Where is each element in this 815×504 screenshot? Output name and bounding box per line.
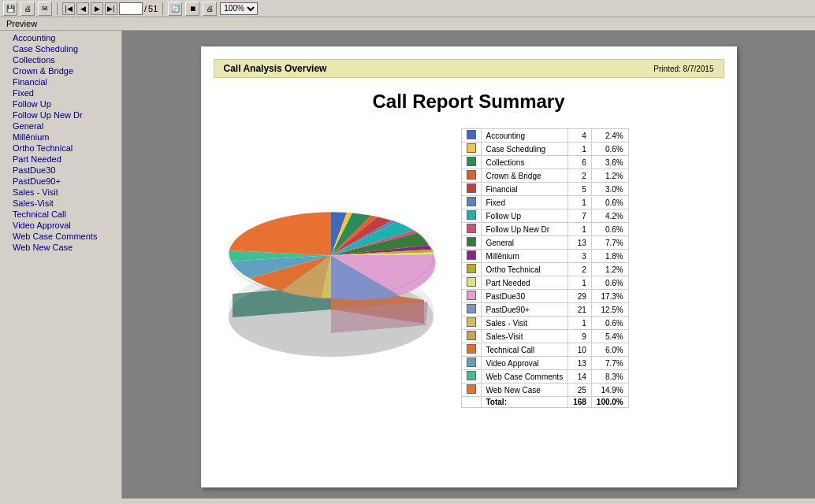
sidebar: AccountingCase SchedulingCollectionsCrow… [0,31,122,498]
sidebar-item[interactable]: Case Scheduling [0,43,121,54]
sidebar-item[interactable]: Millênium [0,132,121,143]
legend-row: Case Scheduling 1 0.6% [461,143,628,156]
toolbar-btn-3[interactable]: ✉ [38,2,52,16]
legend-row: Crown & Bridge 2 1.2% [461,169,628,183]
sidebar-item[interactable]: Sales - Visit [0,187,121,198]
legend-swatch-cell [461,263,481,276]
legend-swatch-cell [461,317,481,330]
sidebar-item[interactable]: General [0,120,121,132]
legend-label: Web Case Comments [481,370,568,384]
legend-count: 29 [568,290,592,303]
legend-pct: 0.6% [591,223,628,236]
legend-pct: 3.6% [591,156,628,169]
legend-count: 1 [568,223,592,236]
legend-swatch-cell [461,209,481,223]
sidebar-item[interactable]: Follow Up [0,98,121,109]
legend-pct: 7.7% [591,236,628,250]
legend-swatch [467,250,476,260]
page-prev-btn[interactable]: ◀ [76,2,89,15]
page-separator: / [144,4,147,13]
legend-label: Fixed [481,196,568,209]
sidebar-item[interactable]: Web Case Comments [0,231,121,242]
sidebar-item[interactable]: Part Needed [0,154,121,165]
toolbar-btn-print2[interactable]: 🖨 [203,2,217,16]
legend-swatch [467,344,476,354]
main-area: AccountingCase SchedulingCollectionsCrow… [0,31,815,498]
toolbar-btn-refresh[interactable]: 🔄 [168,2,182,16]
legend-total-row: Total: 168 100.0% [461,397,628,408]
sidebar-item[interactable]: PastDue30 [0,165,121,176]
legend-row: Fixed 1 0.6% [461,196,628,209]
legend-count: 9 [568,330,592,343]
legend-count: 7 [568,209,592,223]
sidebar-item[interactable]: Accounting [0,32,121,43]
legend-pct: 6.0% [591,343,628,357]
legend-count: 2 [568,169,592,183]
pie-chart [217,136,445,380]
legend-count: 13 [568,236,592,250]
preview-tab[interactable]: Preview [0,17,815,31]
legend-swatch-cell [461,143,481,156]
legend-count: 1 [568,317,592,330]
sidebar-item[interactable]: Follow Up New Dr [0,109,121,120]
sidebar-item[interactable]: Collections [0,54,121,65]
legend-swatch [467,331,476,340]
legend-row: Web New Case 25 14.9% [461,384,628,397]
sidebar-item[interactable]: Financial [0,76,121,87]
legend-label: Crown & Bridge [481,169,568,183]
legend-swatch [467,157,476,166]
legend-label: Sales-Visit [481,330,568,343]
page-first-btn[interactable]: |◀ [62,2,75,15]
legend-pct: 2.4% [591,129,628,143]
sidebar-item[interactable]: Technical Call [0,209,121,220]
legend-swatch-cell [461,343,481,357]
page-next-btn[interactable]: ▶ [91,2,103,15]
legend-swatch [467,358,476,367]
legend-swatch-cell [461,357,481,370]
legend-swatch [467,183,476,193]
sidebar-item[interactable]: Web New Case [0,242,121,253]
zoom-select[interactable]: 50% 75% 100% 125% 150% [220,2,258,15]
legend-count: 21 [568,303,592,317]
legend-count: 1 [568,276,592,290]
legend-swatch [467,210,476,220]
legend-count: 1 [568,196,592,209]
legend-count: 14 [568,370,592,384]
legend-swatch-cell [461,183,481,196]
legend-pct: 12.5% [591,303,628,317]
legend-label: Sales - Visit [481,317,568,330]
legend-label: Part Needed [481,276,568,290]
legend-swatch [467,224,476,233]
page-input[interactable]: 1 [119,2,143,15]
legend-row: Technical Call 10 6.0% [461,343,628,357]
legend-row: Millênium 3 1.8% [461,250,628,263]
legend-row: Ortho Technical 2 1.2% [461,263,628,276]
legend-table: Accounting 4 2.4% Case Scheduling 1 0.6%… [461,128,629,408]
sidebar-item[interactable]: Crown & Bridge [0,65,121,76]
report-header: Call Analysis Overview Printed: 8/7/2015 [214,59,724,78]
toolbar-btn-1[interactable]: 💾 [3,2,17,16]
sidebar-item[interactable]: Video Approval [0,220,121,231]
legend-label: Video Approval [481,357,568,370]
toolbar-btn-2[interactable]: 🖨 [20,2,35,16]
legend-pct: 1.8% [591,250,628,263]
sidebar-item[interactable]: Sales-Visit [0,198,121,209]
toolbar-btn-stop[interactable]: ⏹ [185,2,199,16]
report-main-title: Call Report Summary [201,91,737,113]
report-header-title: Call Analysis Overview [224,63,327,74]
legend-label: Web New Case [481,384,568,397]
legend-row: Sales-Visit 9 5.4% [461,330,628,343]
sidebar-item[interactable]: Ortho Technical [0,143,121,154]
page-last-btn[interactable]: ▶| [105,2,117,15]
legend-count: 5 [568,183,592,196]
legend-count: 1 [568,143,592,156]
legend-label: Case Scheduling [481,143,568,156]
legend-swatch-cell [461,196,481,209]
sidebar-item[interactable]: Fixed [0,87,121,98]
legend-row: Video Approval 13 7.7% [461,357,628,370]
legend-swatch [467,143,476,153]
pie-container [209,128,453,388]
legend-label: Technical Call [481,343,568,357]
legend-label: Follow Up New Dr [481,223,568,236]
sidebar-item[interactable]: PastDue90+ [0,176,121,187]
